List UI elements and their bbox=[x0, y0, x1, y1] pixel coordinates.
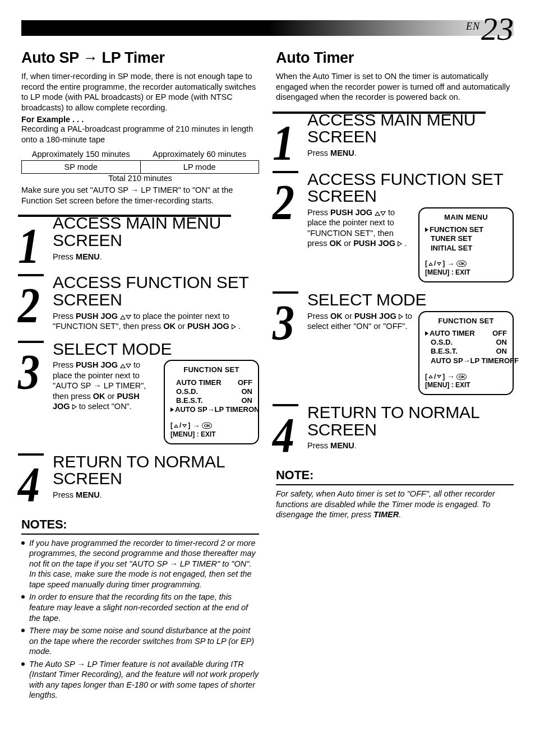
step-body: Press MENU. bbox=[53, 252, 259, 262]
step-title: SELECT MODE bbox=[53, 341, 259, 358]
time-table: Approximately 150 minutes Approximately … bbox=[21, 148, 259, 183]
step-body: Press MENU. bbox=[307, 440, 514, 451]
triangle-down-icon bbox=[126, 315, 131, 319]
step-title: ACCESS FUNCTION SET SCREEN bbox=[307, 171, 514, 205]
step-body: Press MENU. bbox=[53, 490, 259, 500]
step-3: 3SELECT MODEPress OK or PUSH JOG to sele… bbox=[276, 291, 514, 395]
osd-screen: FUNCTION SETAUTO TIMEROFFO.S.D.ONB.E.S.T… bbox=[164, 360, 259, 444]
step-title: ACCESS MAIN MENU SCREEN bbox=[307, 112, 514, 146]
triangle-down-icon bbox=[126, 364, 131, 368]
triangle-up-icon bbox=[120, 364, 126, 368]
note-item: There may be some noise and sound distur… bbox=[21, 625, 259, 657]
header-gradient bbox=[21, 20, 514, 36]
total-row: Total 210 minutes bbox=[21, 174, 259, 183]
approx-60: Approximately 60 minutes bbox=[140, 148, 259, 161]
step-title: ACCESS FUNCTION SET SCREEN bbox=[53, 274, 259, 308]
triangle-right-icon bbox=[232, 324, 236, 330]
note-item: If you have programmed the recorder to t… bbox=[21, 538, 259, 590]
osd-screen: MAIN MENUFUNCTION SETTUNER SETINITIAL SE… bbox=[418, 207, 514, 282]
sp-mode-cell: SP mode bbox=[22, 161, 141, 174]
step-4: 4RETURN TO NORMAL SCREENPress MENU. bbox=[21, 453, 259, 504]
step-body: Press PUSH JOG to place the pointer next… bbox=[307, 207, 413, 249]
step-3: 3SELECT MODEPress PUSH JOG to place the … bbox=[21, 341, 259, 444]
note-paragraph: For safety, when Auto timer is set to "O… bbox=[276, 489, 514, 520]
triangle-right-icon bbox=[398, 241, 402, 247]
notes-heading: NOTES: bbox=[21, 517, 259, 535]
step-2: 2ACCESS FUNCTION SET SCREENPress PUSH JO… bbox=[276, 171, 514, 282]
step-title: RETURN TO NORMAL SCREEN bbox=[53, 453, 259, 488]
right-column: Auto Timer When the Auto Timer is set to… bbox=[276, 49, 514, 703]
for-example: For Example . . . bbox=[21, 115, 259, 124]
note-item: The Auto SP → LP Timer feature is not av… bbox=[21, 659, 259, 701]
page-number: EN23 bbox=[466, 10, 514, 48]
step-body: Press MENU. bbox=[307, 148, 514, 159]
step-2: 2ACCESS FUNCTION SET SCREENPress PUSH JO… bbox=[21, 274, 259, 331]
step-1: 1ACCESS MAIN MENU SCREENPress MENU. bbox=[21, 215, 259, 265]
triangle-right-icon bbox=[399, 314, 403, 319]
note-item: In order to ensure that the recording fi… bbox=[21, 592, 259, 623]
approx-150: Approximately 150 minutes bbox=[22, 148, 141, 161]
step-title: RETURN TO NORMAL SCREEN bbox=[307, 404, 514, 438]
notes-list: If you have programmed the recorder to t… bbox=[21, 538, 259, 701]
note-heading: NOTE: bbox=[276, 468, 514, 485]
step-body: Press PUSH JOG to place the pointer next… bbox=[53, 311, 259, 332]
step-body: Press PUSH JOG to place the pointer next… bbox=[53, 360, 158, 412]
step-1: 1ACCESS MAIN MENU SCREENPress MENU. bbox=[276, 112, 514, 162]
left-column: Auto SP → LP Timer If, when timer-record… bbox=[21, 49, 259, 703]
triangle-up-icon bbox=[375, 211, 380, 216]
left-intro: If, when timer-recording in SP mode, the… bbox=[21, 71, 259, 113]
example-line: Recording a PAL-broadcast programme of 2… bbox=[21, 124, 259, 145]
right-intro: When the Auto Timer is set to ON the tim… bbox=[276, 71, 514, 103]
triangle-down-icon bbox=[380, 211, 386, 216]
step-title: SELECT MODE bbox=[307, 291, 514, 309]
osd-screen: FUNCTION SETAUTO TIMEROFFO.S.D.ONB.E.S.T… bbox=[418, 311, 514, 396]
post-table: Make sure you set "AUTO SP → LP TIMER" t… bbox=[21, 185, 259, 206]
lp-mode-cell: LP mode bbox=[140, 161, 259, 174]
header-band: EN23 bbox=[21, 16, 514, 44]
left-heading: Auto SP → LP Timer bbox=[21, 49, 259, 67]
step-body: Press OK or PUSH JOG to select either "O… bbox=[307, 311, 413, 332]
step-4: 4RETURN TO NORMAL SCREENPress MENU. bbox=[276, 404, 514, 454]
triangle-right-icon bbox=[72, 404, 77, 410]
step-title: ACCESS MAIN MENU SCREEN bbox=[53, 215, 259, 249]
triangle-up-icon bbox=[120, 315, 126, 319]
right-heading: Auto Timer bbox=[276, 49, 514, 67]
